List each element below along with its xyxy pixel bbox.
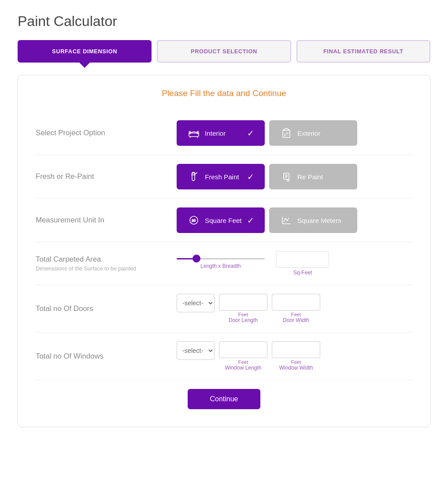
exterior-option-button[interactable]: Exterior — [269, 120, 357, 146]
svg-rect-2 — [197, 131, 199, 134]
doors-inputs: -select- 1 2 3 4 5 6 7 8 Feet Door Lengt… — [177, 294, 320, 323]
sq-feet-unit: Sq-Feet — [293, 270, 312, 276]
window-length-group: Feet Window Length — [219, 341, 267, 371]
svg-text:10: 10 — [192, 218, 196, 222]
sofa-icon — [187, 126, 200, 140]
project-option-row: Select Project Option Interior ✓ — [36, 111, 412, 155]
windows-select[interactable]: -select- 1 2 3 4 5 6 7 8 — [177, 341, 215, 360]
step-surface-dimension[interactable]: SURFACE DIMENSION — [18, 40, 152, 63]
project-option-controls: Interior ✓ Exterior — [177, 120, 412, 146]
building-icon — [280, 126, 293, 140]
tape-measure-icon: 10 — [187, 214, 200, 227]
continue-button[interactable]: Continue — [188, 389, 260, 409]
measurement-unit-controls: 10 Square Feet ✓ Square Meters — [177, 207, 412, 233]
area-slider-group: Length x Breadth — [177, 258, 265, 269]
svg-rect-9 — [287, 133, 288, 134]
square-feet-button[interactable]: 10 Square Feet ✓ — [177, 207, 265, 233]
area-slider[interactable] — [177, 258, 265, 259]
square-feet-check-icon: ✓ — [247, 215, 254, 226]
interior-option-button[interactable]: Interior ✓ — [177, 120, 265, 146]
doors-row: Total no Of Doors -select- 1 2 3 4 5 6 7… — [36, 285, 412, 333]
fresh-repaint-controls: Fresh Paint ✓ Re Paint — [177, 164, 412, 189]
fresh-repaint-label: Fresh or Re-Paint — [36, 172, 177, 181]
windows-row: Total no Of Windows -select- 1 2 3 4 5 6… — [36, 333, 412, 380]
interior-check-icon: ✓ — [247, 128, 254, 138]
card-subtitle: Please Fill the data and Continue — [36, 89, 412, 98]
svg-rect-8 — [285, 134, 286, 136]
doors-controls: -select- 1 2 3 4 5 6 7 8 Feet Door Lengt… — [177, 294, 412, 323]
carpeted-area-row: Total Carpeted Area Dimenssions of the S… — [36, 242, 412, 285]
paint-bucket-icon — [187, 170, 200, 183]
carpeted-area-controls: Length x Breadth Sq-Feet — [177, 251, 412, 276]
window-length-input[interactable] — [219, 341, 267, 358]
sq-feet-input-group: Sq-Feet — [276, 251, 329, 276]
window-width-group: Feet Window Width — [272, 341, 320, 371]
slider-label: Length x Breadth — [200, 263, 241, 269]
repaint-icon — [280, 170, 293, 183]
fresh-repaint-row: Fresh or Re-Paint Fresh Paint ✓ — [36, 155, 412, 199]
fresh-paint-button[interactable]: Fresh Paint ✓ — [177, 164, 265, 189]
svg-rect-1 — [189, 131, 191, 134]
fresh-paint-check-icon: ✓ — [247, 172, 254, 182]
door-width-input[interactable] — [272, 294, 320, 311]
carpeted-area-label: Total Carpeted Area Dimenssions of the S… — [36, 255, 177, 272]
re-paint-button[interactable]: Re Paint — [269, 164, 357, 189]
steps-nav: SURFACE DIMENSION PRODUCT SELECTION FINA… — [18, 40, 430, 63]
main-card: Please Fill the data and Continue Select… — [18, 75, 430, 427]
step-final-result[interactable]: FINAL ESTIMATED RESULT — [296, 40, 430, 63]
windows-controls: -select- 1 2 3 4 5 6 7 8 Feet Window Len… — [177, 341, 412, 371]
door-length-group: Feet Door Length — [219, 294, 267, 323]
sq-feet-input[interactable] — [276, 251, 329, 268]
window-width-input[interactable] — [272, 341, 320, 358]
svg-line-11 — [195, 173, 197, 174]
step-product-selection[interactable]: PRODUCT SELECTION — [157, 40, 291, 63]
doors-select[interactable]: -select- 1 2 3 4 5 6 7 8 — [177, 294, 215, 312]
windows-label: Total no Of Windows — [36, 352, 177, 361]
page-title: Paint Calculator — [18, 13, 430, 30]
square-meters-icon — [280, 214, 293, 227]
project-option-label: Select Project Option — [36, 129, 177, 137]
square-meters-button[interactable]: Square Meters — [269, 207, 357, 233]
door-width-group: Feet Door Width — [272, 294, 320, 323]
door-length-input[interactable] — [219, 294, 267, 311]
measurement-unit-row: Measurement Unit In 10 Square Feet ✓ — [36, 199, 412, 242]
measurement-unit-label: Measurement Unit In — [36, 216, 177, 225]
windows-inputs: -select- 1 2 3 4 5 6 7 8 Feet Window Len… — [177, 341, 320, 371]
slider-track — [177, 258, 265, 259]
continue-wrapper: Continue — [36, 380, 412, 409]
doors-label: Total no Of Doors — [36, 304, 177, 313]
svg-rect-5 — [283, 130, 290, 137]
